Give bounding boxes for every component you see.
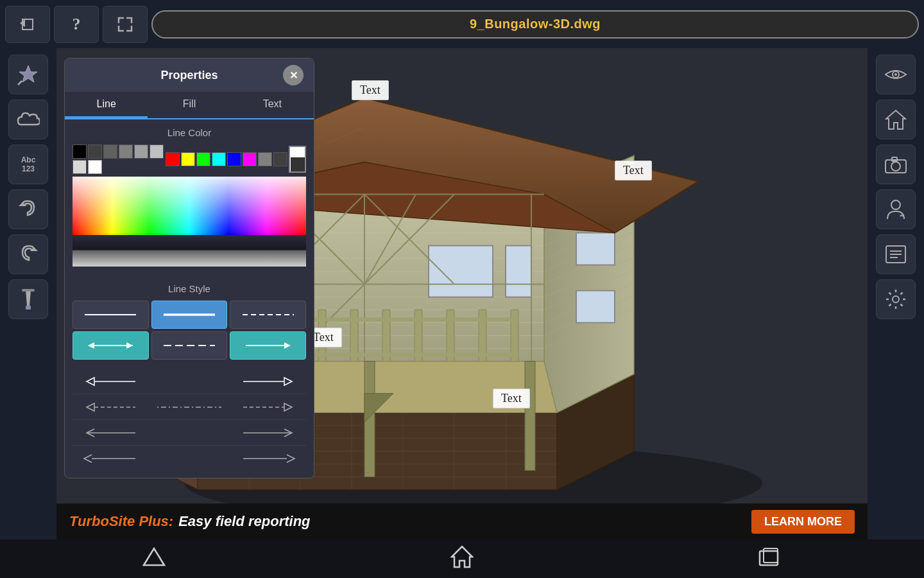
svg-marker-132 xyxy=(144,548,164,565)
color-swatch-gray4[interactable] xyxy=(134,144,148,159)
arrow-row-1 xyxy=(73,369,306,394)
color-swatches-row xyxy=(73,144,306,174)
color-swatch-gray3[interactable] xyxy=(119,144,133,159)
color-swatch-magenta[interactable] xyxy=(243,152,257,166)
line-style-section: Line Style xyxy=(65,277,314,366)
right-sidebar xyxy=(868,48,924,539)
ad-banner: TurboSite Plus: Easy field reporting LEA… xyxy=(56,504,868,539)
left-sidebar: Abc123 xyxy=(0,48,56,539)
svg-rect-4 xyxy=(22,289,35,292)
line-style-grid xyxy=(73,301,306,360)
svg-marker-118 xyxy=(284,342,291,349)
svg-rect-99 xyxy=(525,362,535,471)
arrow-small-left[interactable] xyxy=(73,452,150,465)
color-swatch-gray5[interactable] xyxy=(150,144,164,159)
expand-button[interactable] xyxy=(103,6,148,43)
svg-marker-119 xyxy=(87,378,94,385)
nav-back-button[interactable] xyxy=(117,542,191,576)
arrow-open-right-2[interactable] xyxy=(229,426,306,439)
arrow-dash-left[interactable] xyxy=(73,401,150,414)
tab-fill[interactable]: Fill xyxy=(148,92,230,118)
learn-more-button[interactable]: LEARN MORE xyxy=(751,510,855,534)
ad-text-brand: TurboSite Plus: xyxy=(56,513,173,530)
file-title: 9_Bungalow-3D.dwg xyxy=(470,17,601,31)
line-style-arrow-left[interactable] xyxy=(73,331,149,360)
sidebar-redo-tool[interactable] xyxy=(8,234,48,274)
color-swatch-black[interactable] xyxy=(73,144,87,159)
panel-header: Properties ✕ xyxy=(65,58,314,92)
color-swatch-blue[interactable] xyxy=(227,152,241,166)
color-swatch-dark1[interactable] xyxy=(258,152,272,166)
color-swatch-white[interactable] xyxy=(88,160,102,174)
line-style-dashed-medium[interactable] xyxy=(151,331,228,360)
panel-close-button[interactable]: ✕ xyxy=(283,65,304,85)
arrow-small-right[interactable] xyxy=(229,452,306,465)
line-style-dashed[interactable] xyxy=(230,301,306,329)
arrow-rows-section xyxy=(65,366,314,478)
panel-title: Properties xyxy=(96,69,283,82)
svg-marker-127 xyxy=(284,403,292,411)
tab-text[interactable]: Text xyxy=(231,92,314,118)
color-swatch-green[interactable] xyxy=(196,152,210,166)
sidebar-text-tool[interactable]: Abc123 xyxy=(8,144,48,184)
arrow-open-left[interactable] xyxy=(73,375,150,388)
svg-marker-113 xyxy=(88,342,94,349)
arrow-row-3 xyxy=(73,420,306,446)
color-swatch-gray2[interactable] xyxy=(103,144,117,159)
arrow-dash-right[interactable] xyxy=(229,401,306,414)
line-style-label: Line Style xyxy=(73,283,306,294)
help-button[interactable]: ? xyxy=(54,6,99,43)
back-button[interactable] xyxy=(5,6,50,43)
tab-line[interactable]: Line xyxy=(65,92,148,118)
arrow-open-right[interactable] xyxy=(229,375,306,388)
sidebar-cloud-tool[interactable] xyxy=(8,100,48,139)
color-swatch-red[interactable] xyxy=(166,152,180,166)
svg-point-6 xyxy=(894,73,897,76)
svg-rect-62 xyxy=(576,291,615,323)
line-style-solid-medium[interactable] xyxy=(151,301,228,329)
line-color-label: Line Color xyxy=(73,127,306,138)
svg-point-11 xyxy=(891,200,900,209)
svg-marker-133 xyxy=(452,547,472,567)
sidebar-eye-tool[interactable] xyxy=(876,55,916,94)
arrow-row-2 xyxy=(73,394,306,420)
properties-panel: Properties ✕ Line Fill Text Line Color xyxy=(64,58,314,478)
color-section: Line Color xyxy=(65,119,314,277)
bottom-nav xyxy=(0,539,924,578)
svg-point-16 xyxy=(893,296,899,302)
svg-rect-3 xyxy=(26,306,31,310)
color-swatch-cyan[interactable] xyxy=(212,152,226,166)
sidebar-brush-tool[interactable] xyxy=(8,279,48,319)
sidebar-list-tool[interactable] xyxy=(876,234,916,274)
svg-marker-7 xyxy=(886,110,905,129)
nav-recent-button[interactable] xyxy=(733,542,807,576)
svg-rect-60 xyxy=(506,246,531,297)
arrow-row-4 xyxy=(73,446,306,471)
line-style-solid-thin[interactable] xyxy=(73,301,149,329)
sidebar-house-tool[interactable] xyxy=(876,100,916,139)
arrow-dot-dash[interactable] xyxy=(151,401,228,414)
sidebar-user-tool[interactable] xyxy=(876,189,916,229)
color-preview-swatch[interactable] xyxy=(289,146,306,173)
color-swatch-gray1[interactable] xyxy=(88,144,102,159)
sidebar-settings-tool[interactable] xyxy=(876,279,916,319)
color-swatch-yellow[interactable] xyxy=(181,152,195,166)
top-toolbar: ? 9_Bungalow-3D.dwg xyxy=(0,0,924,48)
svg-rect-61 xyxy=(576,233,615,265)
svg-rect-59 xyxy=(429,246,493,297)
svg-point-9 xyxy=(891,162,900,171)
svg-marker-122 xyxy=(284,378,292,385)
line-style-arrow-right[interactable] xyxy=(230,331,306,360)
sidebar-star-tool[interactable] xyxy=(8,55,48,94)
color-swatch-dark2[interactable] xyxy=(273,152,287,166)
svg-marker-123 xyxy=(87,403,94,411)
sidebar-undo-tool[interactable] xyxy=(8,189,48,229)
panel-tabs: Line Fill Text xyxy=(65,92,314,119)
color-swatch-gray6[interactable] xyxy=(73,160,87,174)
color-picker-canvas[interactable] xyxy=(73,177,306,267)
sidebar-camera-tool[interactable] xyxy=(876,144,916,184)
svg-line-0 xyxy=(18,81,22,85)
ad-text-description: Easy field reporting xyxy=(173,513,310,530)
nav-home-button[interactable] xyxy=(425,540,499,578)
arrow-open-left-2[interactable] xyxy=(73,426,150,439)
